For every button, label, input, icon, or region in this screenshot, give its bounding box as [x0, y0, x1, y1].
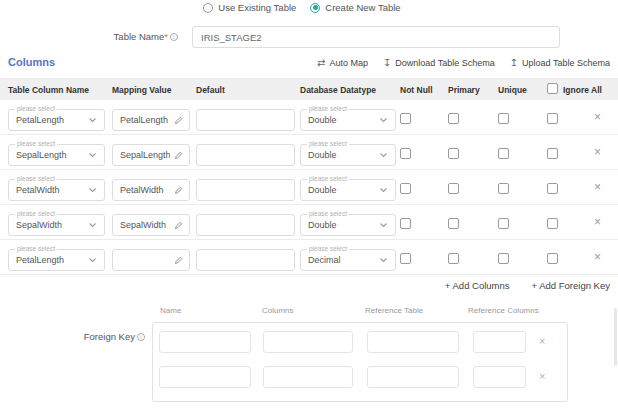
table-row: please select PetalWidth please select D… — [0, 170, 618, 205]
please-select-label: please select — [15, 141, 57, 148]
chevron-down-icon — [88, 117, 97, 123]
fk-columns-input[interactable] — [263, 366, 353, 388]
primary-checkbox[interactable] — [448, 183, 459, 194]
fk-header-name: Name — [160, 306, 181, 315]
mapping-value-field — [112, 249, 190, 271]
datatype-select[interactable]: please select Double — [300, 144, 396, 166]
info-icon: i — [170, 33, 178, 41]
unique-checkbox[interactable] — [498, 183, 509, 194]
add-actions: + Add Columns + Add Foreign Key — [445, 280, 610, 291]
column-name-select[interactable]: please select SepalLength — [8, 144, 105, 166]
create-table-page: Use Existing Table Create New Table Tabl… — [0, 0, 618, 408]
fk-reference-table-input[interactable] — [367, 331, 459, 353]
fk-reference-columns-input[interactable] — [473, 331, 526, 353]
datatype-select[interactable]: please select Double — [300, 109, 396, 131]
radio-selected-icon[interactable] — [310, 3, 320, 13]
not-null-checkbox[interactable] — [400, 148, 411, 159]
please-select-label: please select — [15, 211, 57, 218]
mapping-value-input[interactable] — [113, 115, 174, 125]
ignore-checkbox[interactable] — [547, 148, 558, 159]
default-value-input[interactable] — [196, 109, 295, 131]
ignore-all-checkbox[interactable] — [547, 83, 558, 94]
please-select-label: please select — [307, 176, 349, 183]
header-ignore-all: Ignore All — [563, 85, 602, 95]
columns-table-body: please select PetalLength please select … — [0, 100, 618, 275]
delete-row-icon[interactable]: × — [594, 181, 601, 193]
delete-row-icon[interactable]: × — [594, 111, 601, 123]
ignore-checkbox[interactable] — [547, 253, 558, 264]
radio-unselected-icon[interactable] — [203, 3, 213, 13]
column-name-select[interactable]: please select SepalWidth — [8, 214, 105, 236]
please-select-label: please select — [15, 106, 57, 113]
ignore-checkbox[interactable] — [547, 218, 558, 229]
not-null-checkbox[interactable] — [400, 218, 411, 229]
columns-table-header: Table Column Name Mapping Value Default … — [0, 78, 618, 100]
download-table-schema-button[interactable]: ↧ Download Table Schema — [383, 58, 495, 68]
vertical-scrollbar[interactable] — [614, 308, 617, 366]
primary-checkbox[interactable] — [448, 113, 459, 124]
auto-map-button[interactable]: ⇄ Auto Map — [317, 58, 368, 68]
delete-row-icon[interactable]: × — [594, 146, 601, 158]
delete-foreign-key-icon[interactable]: × — [539, 371, 545, 382]
fk-reference-columns-input[interactable] — [473, 366, 526, 388]
header-mapping-value: Mapping Value — [112, 85, 172, 95]
default-value-input[interactable] — [196, 249, 295, 271]
not-null-checkbox[interactable] — [400, 113, 411, 124]
column-name-select[interactable]: please select PetalLength — [8, 109, 105, 131]
unique-checkbox[interactable] — [498, 218, 509, 229]
default-value-input[interactable] — [196, 144, 295, 166]
unique-checkbox[interactable] — [498, 253, 509, 264]
use-existing-table-label: Use Existing Table — [218, 2, 296, 13]
please-select-label: please select — [15, 176, 57, 183]
mapping-value-input[interactable] — [113, 150, 174, 160]
delete-row-icon[interactable]: × — [594, 251, 601, 263]
not-null-checkbox[interactable] — [400, 183, 411, 194]
table-name-input[interactable] — [192, 26, 560, 48]
table-name-row: Table Name*i — [0, 26, 618, 48]
mapping-value-input[interactable] — [113, 220, 174, 230]
columns-toolbar: ⇄ Auto Map ↧ Download Table Schema ↥ Upl… — [317, 58, 610, 68]
table-row: please select PetalLength please select … — [0, 100, 618, 135]
fk-reference-table-input[interactable] — [367, 366, 459, 388]
mapping-value-input[interactable] — [113, 255, 174, 265]
unique-checkbox[interactable] — [498, 113, 509, 124]
use-existing-table-radio[interactable]: Use Existing Table — [203, 2, 296, 13]
fk-columns-input[interactable] — [263, 331, 353, 353]
add-columns-button[interactable]: + Add Columns — [445, 280, 510, 291]
add-foreign-key-button[interactable]: + Add Foreign Key — [532, 280, 610, 291]
column-name-select[interactable]: please select PetalWidth — [8, 179, 105, 201]
datatype-select[interactable]: please select Decimal — [300, 249, 396, 271]
default-value-input[interactable] — [196, 179, 295, 201]
chevron-down-icon — [88, 187, 97, 193]
columns-section-title: Columns — [8, 56, 55, 68]
chevron-down-icon — [379, 257, 388, 263]
please-select-label: please select — [307, 211, 349, 218]
fk-name-input[interactable] — [159, 366, 251, 388]
fk-name-input[interactable] — [159, 331, 251, 353]
mapping-value-field — [112, 179, 190, 201]
create-new-table-radio[interactable]: Create New Table — [310, 2, 400, 13]
datatype-select[interactable]: please select Double — [300, 179, 396, 201]
ignore-checkbox[interactable] — [547, 113, 558, 124]
pencil-icon — [174, 151, 183, 160]
primary-checkbox[interactable] — [448, 218, 459, 229]
swap-icon: ⇄ — [317, 58, 325, 68]
foreign-key-label: Foreign Keyi — [84, 331, 145, 342]
default-value-input[interactable] — [196, 214, 295, 236]
primary-checkbox[interactable] — [448, 253, 459, 264]
chevron-down-icon — [379, 187, 388, 193]
not-null-checkbox[interactable] — [400, 253, 411, 264]
column-name-select[interactable]: please select PetalLength — [8, 249, 105, 271]
foreign-key-row: × — [153, 331, 567, 353]
primary-checkbox[interactable] — [448, 148, 459, 159]
create-new-table-label: Create New Table — [325, 2, 400, 13]
delete-row-icon[interactable]: × — [594, 216, 601, 228]
ignore-checkbox[interactable] — [547, 183, 558, 194]
datatype-select[interactable]: please select Double — [300, 214, 396, 236]
delete-foreign-key-icon[interactable]: × — [539, 336, 545, 347]
chevron-down-icon — [379, 117, 388, 123]
mapping-value-input[interactable] — [113, 185, 174, 195]
upload-table-schema-button[interactable]: ↥ Upload Table Schema — [510, 58, 610, 68]
header-primary: Primary — [448, 85, 480, 95]
unique-checkbox[interactable] — [498, 148, 509, 159]
